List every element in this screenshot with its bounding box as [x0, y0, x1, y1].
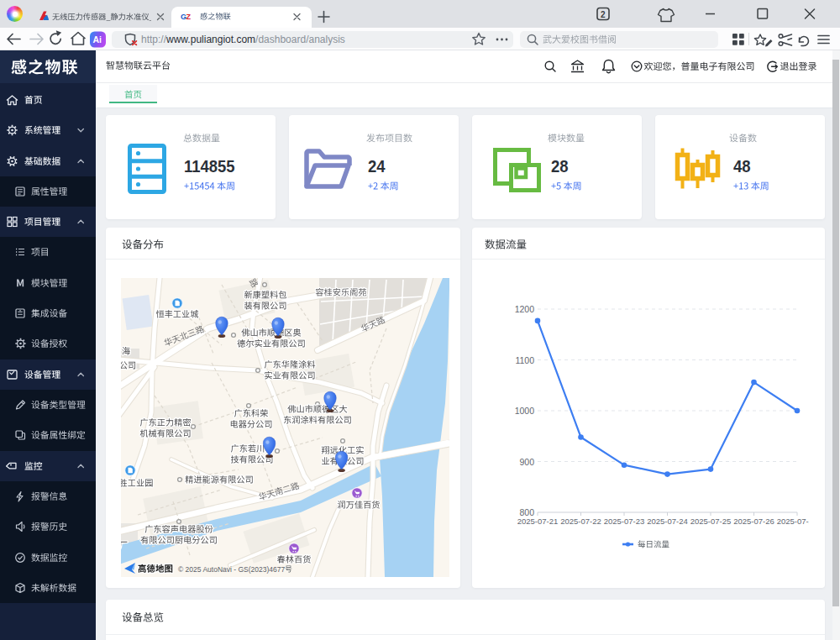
svg-text:2025-07-21: 2025-07-21 — [517, 517, 559, 526]
svg-text:1100: 1100 — [515, 355, 534, 365]
svg-text:2025-07-22: 2025-07-22 — [560, 517, 601, 526]
svg-text:Z: Z — [186, 13, 192, 21]
svg-text:2025-07-25: 2025-07-25 — [690, 517, 732, 526]
svg-text:2: 2 — [601, 10, 606, 19]
svg-text:© 2025 AutoNavi - GS(2023)4677: © 2025 AutoNavi - GS(2023)4677 — [178, 565, 286, 574]
svg-text:1000: 1000 — [515, 406, 535, 416]
svg-text:900: 900 — [519, 457, 534, 467]
svg-text:1200: 1200 — [515, 304, 535, 314]
svg-text:2025-07-23: 2025-07-23 — [604, 517, 645, 526]
svg-text:2025-07-24: 2025-07-24 — [647, 517, 688, 526]
svg-text:2025-07-27: 2025-07-27 — [777, 517, 809, 526]
svg-text:2025-07-26: 2025-07-26 — [733, 517, 774, 526]
